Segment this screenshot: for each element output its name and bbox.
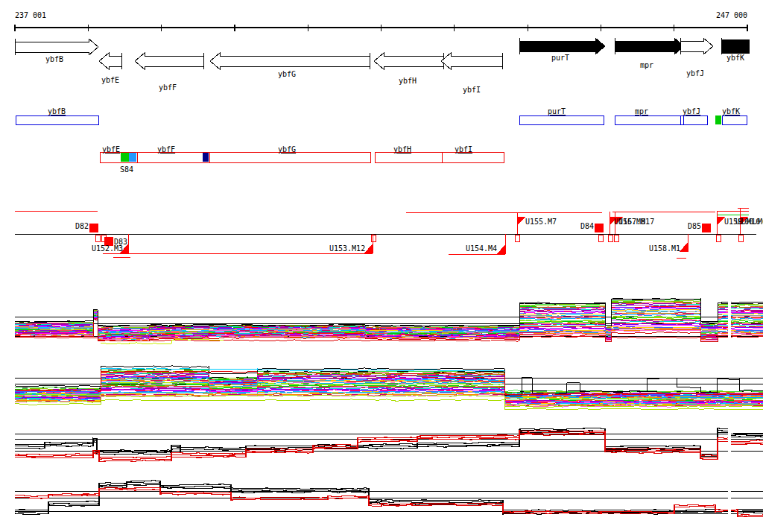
blue-box-3[interactable] xyxy=(722,115,747,124)
red-track-label-ybfE: ybfE xyxy=(102,145,120,153)
marker-flag-U158.M1[interactable] xyxy=(680,242,688,252)
marker-open-square xyxy=(608,235,612,241)
marker-square-D85[interactable] xyxy=(702,224,711,232)
marker-open-square xyxy=(716,235,721,241)
marker-label-D82: D82 xyxy=(75,222,89,230)
blue-track-label-purT: purT xyxy=(548,107,566,115)
gene-arrow-ybfJ[interactable] xyxy=(680,38,713,54)
coordinate-start-label: 237 001 xyxy=(15,11,46,19)
marker-label-U158.M1: U158.M1 xyxy=(649,244,680,253)
gene-arrow-ybfH[interactable] xyxy=(374,53,443,69)
gene-label-ybfK: ybfK xyxy=(726,54,744,62)
marker-flag-U155.M7[interactable] xyxy=(517,217,525,226)
genome-browser-view: 237 001 247 000 ybfBybfEybfFybfGybfHybfI… xyxy=(0,0,763,532)
gene-label-ybfH: ybfH xyxy=(399,77,417,85)
marker-label-U157.M17: U157.M17 xyxy=(618,218,654,226)
gene-label-mpr: mpr xyxy=(640,61,653,69)
blue-box-1[interactable] xyxy=(519,115,604,124)
marker-square-D82[interactable] xyxy=(89,224,98,232)
white-gap xyxy=(728,295,731,349)
marker-open-square xyxy=(95,235,100,241)
marker-label-U155.M7: U155.M7 xyxy=(525,218,557,226)
gene-arrow-ybfB[interactable] xyxy=(15,39,98,55)
gene-label-ybfG: ybfG xyxy=(278,70,296,78)
gene-label-ybfE: ybfE xyxy=(101,76,119,84)
blue-track-label-ybfK: ybfK xyxy=(722,107,740,115)
marker-open-square xyxy=(371,235,376,241)
coordinate-end-label: 247 000 xyxy=(716,11,747,19)
blue-track-label-mpr: mpr xyxy=(635,107,648,115)
panel-4-signal-line xyxy=(15,490,763,517)
blue-box-2[interactable] xyxy=(615,115,707,124)
red-track-inset-square-2[interactable] xyxy=(203,153,209,162)
red-track-label-ybfG: ybfG xyxy=(278,145,296,153)
marker-flag-U154.M4[interactable] xyxy=(497,244,505,254)
gene-arrow-ybfE[interactable] xyxy=(99,53,121,69)
red-track-label-ybfH: ybfH xyxy=(393,145,411,153)
marker-open-square xyxy=(614,235,618,241)
marker-open-square xyxy=(515,235,519,241)
white-gap xyxy=(728,483,731,523)
red-track-inset-square-1[interactable] xyxy=(129,153,136,162)
marker-label-U152.M3: U152.M3 xyxy=(92,244,123,253)
gene-label-ybfB: ybfB xyxy=(45,55,63,63)
red-box-0[interactable] xyxy=(100,152,370,162)
marker-label-D85: D85 xyxy=(688,222,701,230)
gene-label-ybfI: ybfI xyxy=(463,86,481,94)
blue-track-label-ybfJ: ybfJ xyxy=(683,107,700,115)
marker-label-D84: D84 xyxy=(580,222,594,230)
gene-label-ybfF: ybfF xyxy=(159,83,177,92)
panel-3-signal-line xyxy=(15,432,763,458)
marker-open-square xyxy=(738,235,743,241)
gene-arrow-mpr[interactable] xyxy=(615,38,684,54)
blue-track-label-ybfB: ybfB xyxy=(48,107,66,115)
marker-square-D84[interactable] xyxy=(595,224,604,232)
gene-label-ybfJ: ybfJ xyxy=(686,69,704,77)
red-track-inset-square-0[interactable] xyxy=(121,153,129,162)
gene-arrow-purT[interactable] xyxy=(519,38,605,54)
red-box-1[interactable] xyxy=(375,152,504,162)
marker-label-U153.M12: U153.M12 xyxy=(329,244,365,253)
green-marker-square[interactable] xyxy=(715,115,721,124)
sub-label-S84: S84 xyxy=(120,165,133,174)
marker-open-square xyxy=(598,235,603,241)
gene-arrow-ybfK[interactable] xyxy=(721,39,749,53)
gene-arrow-ybfF[interactable] xyxy=(135,53,203,69)
white-gap xyxy=(728,426,731,472)
marker-label-U154.M4: U154.M4 xyxy=(466,244,497,253)
marker-label-U160.M6: U160.M6 xyxy=(735,218,763,226)
red-track-label-ybfF: ybfF xyxy=(157,145,175,153)
gene-arrow-ybfI[interactable] xyxy=(441,53,502,69)
gene-arrow-ybfG[interactable] xyxy=(210,53,370,69)
marker-flag-U153.M12[interactable] xyxy=(364,244,373,253)
blue-box-0[interactable] xyxy=(16,115,98,124)
red-track-label-ybfI: ybfI xyxy=(455,145,472,153)
gene-label-purT: purT xyxy=(551,54,569,62)
